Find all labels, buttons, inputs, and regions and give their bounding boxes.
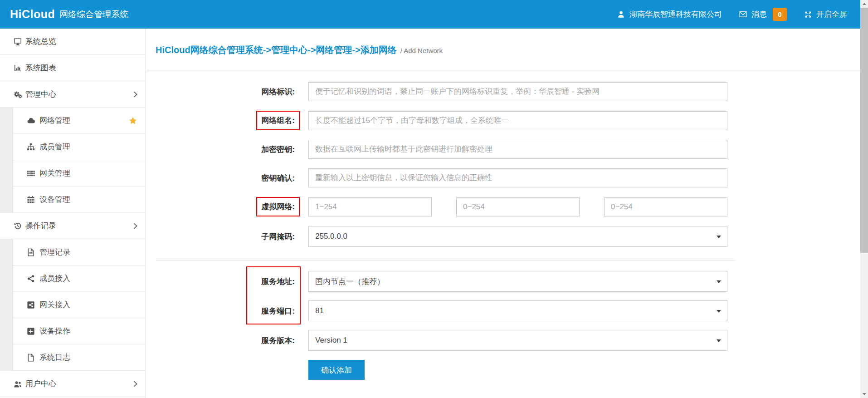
- company-name: 湖南华辰智通科技有限公司: [629, 9, 722, 20]
- sidebar-item-label: 网关管理: [39, 168, 70, 178]
- sidebar-item-system-charts[interactable]: 系统图表: [0, 55, 146, 81]
- fullscreen-toggle[interactable]: 开启全屏: [803, 9, 847, 20]
- scroll-down-button[interactable]: [860, 390, 868, 398]
- sidebar-item-device-operations[interactable]: 设备操作: [0, 318, 146, 344]
- cloud-icon: [26, 116, 35, 125]
- field-label: 服务版本:: [156, 335, 295, 346]
- sidebar-item-gateway-access[interactable]: 网关接入: [0, 292, 146, 318]
- sidebar-item-user-center[interactable]: 用户中心: [0, 371, 146, 397]
- breadcrumb[interactable]: HiCloud网络综合管理系统->管理中心->网络管理->添加网络: [156, 44, 397, 56]
- fullscreen-label: 开启全屏: [816, 9, 847, 20]
- service-address-select[interactable]: 国内节点一（推荐）: [308, 271, 727, 292]
- red-highlight-box: 虚拟网络:: [256, 197, 300, 216]
- fullscreen-icon: [803, 10, 813, 19]
- section-divider: [156, 260, 735, 261]
- add-network-form: 网络标识: 网络组名: 加密密钥: 密钥确认: 虚拟网络: 子网掩码:: [146, 70, 868, 380]
- vertical-scrollbar[interactable]: [860, 0, 868, 398]
- subnet-mask-select[interactable]: 255.0.0.0: [308, 226, 727, 247]
- sidebar-item-admin-records[interactable]: 管理记录: [0, 239, 146, 265]
- confirm-add-button[interactable]: 确认添加: [308, 360, 365, 380]
- file-icon: [26, 353, 35, 362]
- sidebar-item-device-management[interactable]: 设备管理: [0, 187, 146, 213]
- sidebar-item-operation-records[interactable]: 操作记录: [0, 213, 146, 239]
- desktop-icon: [13, 37, 22, 46]
- sidebar-item-label: 管理中心: [25, 89, 56, 99]
- calendar-icon: [26, 195, 35, 204]
- field-label: 服务地址:: [156, 276, 295, 287]
- sidebar-item-label: 管理记录: [39, 247, 70, 257]
- virtual-network-octet2-input[interactable]: [456, 197, 580, 216]
- select-value: 255.0.0.0: [315, 232, 347, 241]
- sidebar-item-label: 成员接入: [39, 273, 70, 284]
- messages-label: 消息: [751, 9, 767, 20]
- messages-menu[interactable]: 消息 0: [738, 8, 787, 21]
- select-value: Version 1: [315, 336, 347, 345]
- form-row-service-address: 服务地址: 国内节点一（推荐）: [156, 271, 868, 292]
- file-text-icon: [26, 247, 35, 257]
- scroll-up-button[interactable]: [860, 0, 868, 8]
- history-icon: [13, 221, 22, 231]
- sidebar-item-label: 成员管理: [39, 142, 70, 152]
- field-label: 子网掩码:: [156, 231, 295, 242]
- sidebar-item-system-overview[interactable]: 系统总览: [0, 29, 146, 55]
- virtual-network-octet3-input[interactable]: [604, 197, 727, 216]
- service-port-select[interactable]: 81: [308, 300, 727, 321]
- sidebar-item-label: 用户中心: [25, 378, 56, 389]
- virtual-network-octet1-input[interactable]: [308, 197, 432, 216]
- chevron-right-icon: [132, 381, 137, 387]
- sidebar-item-label: 系统日志: [39, 352, 70, 363]
- field-label-highlighted: 网络组名:: [156, 111, 295, 130]
- sidebar-item-network-management[interactable]: 网络管理: [0, 108, 146, 134]
- sidebar-item-label: 网关接入: [39, 300, 70, 310]
- submit-row: 确认添加: [308, 360, 868, 380]
- share-square-icon: [26, 300, 35, 310]
- sidebar-item-label: 网络管理: [39, 115, 70, 126]
- grid-icon: [26, 168, 35, 178]
- field-label: 加密密钥:: [156, 144, 295, 155]
- scrollbar-thumb[interactable]: [860, 8, 868, 253]
- select-value: 81: [315, 306, 324, 315]
- account-menu[interactable]: 湖南华辰智通科技有限公司: [616, 9, 722, 20]
- top-bar: HiCloud 网络综合管理系统 湖南华辰智通科技有限公司 消息 0 开启全屏: [0, 0, 868, 29]
- sidebar-item-gateway-management[interactable]: 网关管理: [0, 160, 146, 187]
- favorite-star-icon[interactable]: [128, 116, 137, 125]
- service-version-select[interactable]: Version 1: [308, 330, 727, 351]
- content-header: HiCloud网络综合管理系统->管理中心->网络管理->添加网络 / Add …: [146, 29, 868, 70]
- share-icon: [26, 274, 35, 283]
- messages-count-badge: 0: [773, 8, 787, 21]
- form-row-encryption-key: 加密密钥:: [156, 140, 868, 159]
- key-confirm-input[interactable]: [308, 168, 727, 187]
- network-group-name-input[interactable]: [308, 111, 727, 130]
- field-label: 服务端口:: [156, 306, 295, 316]
- sidebar-item-label: 系统图表: [25, 63, 56, 73]
- form-row-subnet-mask: 子网掩码: 255.0.0.0: [156, 226, 868, 247]
- encryption-key-input[interactable]: [308, 140, 727, 159]
- select-value: 国内节点一（推荐）: [315, 276, 385, 287]
- bar-chart-icon: [13, 63, 22, 73]
- network-id-input[interactable]: [308, 82, 727, 101]
- sidebar-item-system-logs[interactable]: 系统日志: [0, 344, 146, 371]
- brand-logo: HiCloud: [10, 8, 55, 21]
- red-highlight-box: 网络组名:: [256, 111, 300, 130]
- field-label: 网络标识:: [156, 87, 295, 97]
- triangle-up-icon: [863, 3, 866, 5]
- field-label-highlighted: 虚拟网络:: [156, 197, 295, 216]
- sidebar-item-member-access[interactable]: 成员接入: [0, 265, 146, 292]
- sidebar-item-member-management[interactable]: 成员管理: [0, 134, 146, 160]
- caret-down-icon: [717, 339, 721, 342]
- topbar-right: 湖南华辰智通科技有限公司 消息 0 开启全屏: [616, 8, 847, 21]
- triangle-down-icon: [863, 393, 866, 395]
- sidebar-nav: 系统总览 系统图表 管理中心 网络管理 成员管理 网关管理: [0, 29, 146, 398]
- field-label: 密钥确认:: [156, 173, 295, 183]
- form-row-key-confirm: 密钥确认:: [156, 168, 868, 187]
- sidebar-item-label: 设备管理: [39, 194, 70, 205]
- breadcrumb-secondary: / Add Network: [400, 47, 443, 54]
- caret-down-icon: [717, 236, 721, 238]
- sitemap-icon: [26, 142, 35, 152]
- caret-down-icon: [717, 310, 721, 313]
- main-content: HiCloud网络综合管理系统->管理中心->网络管理->添加网络 / Add …: [146, 29, 868, 398]
- sidebar-item-label: 设备操作: [39, 326, 70, 336]
- form-row-service-port: 服务端口: 81: [156, 300, 868, 321]
- sidebar-item-admin-center[interactable]: 管理中心: [0, 81, 146, 108]
- form-row-service-version: 服务版本: Version 1: [156, 330, 868, 351]
